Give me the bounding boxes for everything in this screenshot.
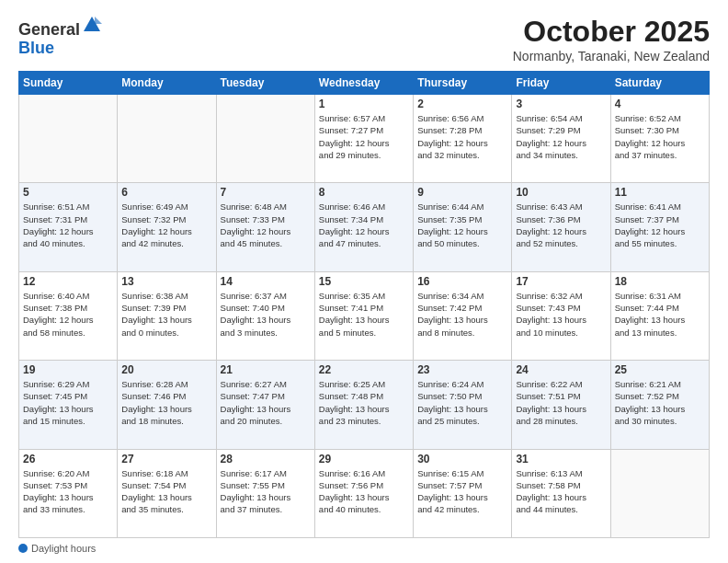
day-number: 10 — [516, 186, 606, 199]
day-number: 2 — [417, 98, 507, 110]
svg-marker-1 — [95, 17, 102, 24]
month-title: October 2025 — [513, 15, 710, 49]
day-number: 14 — [221, 275, 311, 288]
day-number: 9 — [417, 186, 507, 199]
calendar-cell: 24Sunrise: 6:22 AM Sunset: 7:51 PM Dayli… — [512, 361, 610, 449]
day-info: Sunrise: 6:16 AM Sunset: 7:56 PM Dayligh… — [319, 467, 409, 516]
day-number: 8 — [319, 186, 409, 199]
calendar-header-saturday: Saturday — [610, 72, 709, 95]
day-number: 22 — [319, 363, 409, 376]
calendar-cell — [610, 449, 709, 537]
header: General Blue October 2025 Normanby, Tara… — [18, 15, 710, 63]
calendar-cell — [118, 95, 216, 183]
day-number: 3 — [516, 98, 606, 110]
day-number: 24 — [516, 363, 606, 376]
calendar-cell: 17Sunrise: 6:32 AM Sunset: 7:43 PM Dayli… — [512, 271, 610, 360]
location: Normanby, Taranaki, New Zealand — [513, 49, 710, 63]
calendar-cell: 12Sunrise: 6:40 AM Sunset: 7:38 PM Dayli… — [19, 271, 118, 360]
day-info: Sunrise: 6:21 AM Sunset: 7:52 PM Dayligh… — [615, 378, 705, 427]
calendar-cell: 27Sunrise: 6:18 AM Sunset: 7:54 PM Dayli… — [118, 449, 216, 537]
day-number: 19 — [23, 363, 113, 376]
day-number: 26 — [23, 453, 113, 465]
calendar-cell: 14Sunrise: 6:37 AM Sunset: 7:40 PM Dayli… — [216, 271, 314, 360]
calendar-cell: 11Sunrise: 6:41 AM Sunset: 7:37 PM Dayli… — [610, 183, 709, 271]
day-info: Sunrise: 6:56 AM Sunset: 7:28 PM Dayligh… — [417, 112, 507, 161]
day-number: 7 — [221, 186, 311, 199]
day-info: Sunrise: 6:40 AM Sunset: 7:38 PM Dayligh… — [23, 290, 113, 339]
calendar-cell: 1Sunrise: 6:57 AM Sunset: 7:27 PM Daylig… — [314, 95, 413, 183]
calendar-cell — [216, 95, 314, 183]
day-number: 11 — [615, 186, 705, 199]
day-info: Sunrise: 6:44 AM Sunset: 7:35 PM Dayligh… — [417, 201, 507, 249]
calendar-header-tuesday: Tuesday — [216, 72, 314, 95]
day-number: 13 — [121, 275, 211, 288]
calendar-week-row: 1Sunrise: 6:57 AM Sunset: 7:27 PM Daylig… — [19, 95, 710, 183]
day-info: Sunrise: 6:57 AM Sunset: 7:27 PM Dayligh… — [319, 112, 409, 161]
calendar-header-thursday: Thursday — [414, 72, 512, 95]
day-info: Sunrise: 6:49 AM Sunset: 7:32 PM Dayligh… — [121, 201, 211, 249]
logo-general-text: General — [18, 20, 80, 39]
day-number: 23 — [417, 363, 507, 376]
day-number: 21 — [221, 363, 311, 376]
day-info: Sunrise: 6:35 AM Sunset: 7:41 PM Dayligh… — [319, 290, 409, 339]
day-number: 16 — [417, 275, 507, 288]
day-number: 18 — [615, 275, 705, 288]
day-info: Sunrise: 6:15 AM Sunset: 7:57 PM Dayligh… — [417, 467, 507, 516]
calendar-cell: 31Sunrise: 6:13 AM Sunset: 7:58 PM Dayli… — [512, 449, 610, 537]
calendar-cell — [19, 95, 118, 183]
calendar-cell: 22Sunrise: 6:25 AM Sunset: 7:48 PM Dayli… — [314, 361, 413, 449]
day-number: 20 — [121, 363, 211, 376]
day-info: Sunrise: 6:32 AM Sunset: 7:43 PM Dayligh… — [516, 290, 606, 339]
calendar-cell: 9Sunrise: 6:44 AM Sunset: 7:35 PM Daylig… — [414, 183, 512, 271]
calendar-cell: 29Sunrise: 6:16 AM Sunset: 7:56 PM Dayli… — [314, 449, 413, 537]
calendar-cell: 30Sunrise: 6:15 AM Sunset: 7:57 PM Dayli… — [414, 449, 512, 537]
day-info: Sunrise: 6:41 AM Sunset: 7:37 PM Dayligh… — [615, 201, 705, 249]
logo: General Blue — [18, 15, 102, 58]
calendar-cell: 4Sunrise: 6:52 AM Sunset: 7:30 PM Daylig… — [610, 95, 709, 183]
day-info: Sunrise: 6:27 AM Sunset: 7:47 PM Dayligh… — [221, 378, 311, 427]
day-number: 29 — [319, 453, 409, 465]
day-info: Sunrise: 6:22 AM Sunset: 7:51 PM Dayligh… — [516, 378, 606, 427]
calendar-cell: 23Sunrise: 6:24 AM Sunset: 7:50 PM Dayli… — [414, 361, 512, 449]
calendar-week-row: 5Sunrise: 6:51 AM Sunset: 7:31 PM Daylig… — [19, 183, 710, 271]
calendar-cell: 2Sunrise: 6:56 AM Sunset: 7:28 PM Daylig… — [414, 95, 512, 183]
day-info: Sunrise: 6:34 AM Sunset: 7:42 PM Dayligh… — [417, 290, 507, 339]
calendar-cell: 18Sunrise: 6:31 AM Sunset: 7:44 PM Dayli… — [610, 271, 709, 360]
daylight-dot — [18, 544, 28, 553]
calendar-cell: 28Sunrise: 6:17 AM Sunset: 7:55 PM Dayli… — [216, 449, 314, 537]
footer: Daylight hours — [18, 543, 710, 554]
day-info: Sunrise: 6:31 AM Sunset: 7:44 PM Dayligh… — [615, 290, 705, 339]
day-info: Sunrise: 6:24 AM Sunset: 7:50 PM Dayligh… — [417, 378, 507, 427]
day-number: 1 — [319, 98, 409, 110]
calendar-table: SundayMondayTuesdayWednesdayThursdayFrid… — [18, 71, 710, 538]
day-info: Sunrise: 6:37 AM Sunset: 7:40 PM Dayligh… — [221, 290, 311, 339]
calendar-cell: 26Sunrise: 6:20 AM Sunset: 7:53 PM Dayli… — [19, 449, 118, 537]
day-info: Sunrise: 6:54 AM Sunset: 7:29 PM Dayligh… — [516, 112, 606, 161]
calendar-cell: 21Sunrise: 6:27 AM Sunset: 7:47 PM Dayli… — [216, 361, 314, 449]
calendar-header-sunday: Sunday — [19, 72, 118, 95]
day-number: 28 — [221, 453, 311, 465]
calendar-header-wednesday: Wednesday — [314, 72, 413, 95]
day-number: 5 — [23, 186, 113, 199]
day-info: Sunrise: 6:46 AM Sunset: 7:34 PM Dayligh… — [319, 201, 409, 249]
day-info: Sunrise: 6:52 AM Sunset: 7:30 PM Dayligh… — [615, 112, 705, 161]
logo-icon — [82, 15, 102, 35]
calendar-header-monday: Monday — [118, 72, 216, 95]
day-info: Sunrise: 6:13 AM Sunset: 7:58 PM Dayligh… — [516, 467, 606, 516]
day-number: 17 — [516, 275, 606, 288]
day-number: 30 — [417, 453, 507, 465]
logo-blue-text: Blue — [18, 39, 54, 57]
calendar-week-row: 12Sunrise: 6:40 AM Sunset: 7:38 PM Dayli… — [19, 271, 710, 360]
calendar-cell: 15Sunrise: 6:35 AM Sunset: 7:41 PM Dayli… — [314, 271, 413, 360]
day-number: 15 — [319, 275, 409, 288]
calendar-week-row: 19Sunrise: 6:29 AM Sunset: 7:45 PM Dayli… — [19, 361, 710, 449]
calendar-cell: 6Sunrise: 6:49 AM Sunset: 7:32 PM Daylig… — [118, 183, 216, 271]
calendar-header-row: SundayMondayTuesdayWednesdayThursdayFrid… — [19, 72, 710, 95]
daylight-label: Daylight hours — [31, 543, 96, 554]
calendar-header-friday: Friday — [512, 72, 610, 95]
day-number: 6 — [121, 186, 211, 199]
day-number: 31 — [516, 453, 606, 465]
day-info: Sunrise: 6:48 AM Sunset: 7:33 PM Dayligh… — [221, 201, 311, 249]
title-block: October 2025 Normanby, Taranaki, New Zea… — [513, 15, 710, 63]
day-info: Sunrise: 6:18 AM Sunset: 7:54 PM Dayligh… — [121, 467, 211, 516]
